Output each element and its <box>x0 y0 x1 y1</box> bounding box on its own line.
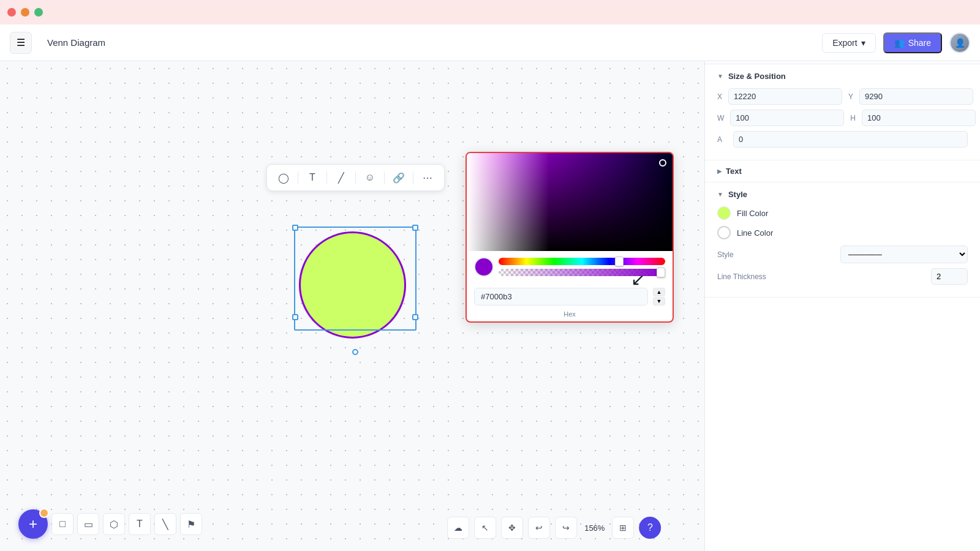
style-header[interactable]: ▼ Style <box>717 190 968 199</box>
line-style-label: Style <box>717 250 834 259</box>
move-tool-btn[interactable]: ✥ <box>501 517 523 539</box>
line-color-label: Line Color <box>737 228 968 238</box>
line-style-select[interactable]: ────── - - - - · · · · <box>840 246 968 263</box>
cloud-btn[interactable]: ☁ <box>447 517 469 539</box>
minimize-dot[interactable] <box>21 8 29 17</box>
redo-btn[interactable]: ↪ <box>555 517 577 539</box>
w-label: W <box>717 114 724 122</box>
share-button[interactable]: 👥 Share <box>883 32 942 53</box>
hex-row: ▲ ▼ <box>467 283 673 310</box>
toolbar-divider <box>298 171 298 184</box>
document-title[interactable]: Venn Diagram <box>39 33 137 52</box>
text-section-title: Text <box>726 167 742 176</box>
fill-color-swatch[interactable] <box>717 206 731 220</box>
gradient-handle[interactable] <box>659 159 666 167</box>
line-tool-btn[interactable]: ╱ <box>332 168 350 187</box>
selection-box <box>294 227 417 331</box>
polygon-tool-btn[interactable]: ⬡ <box>103 513 125 535</box>
a-row: A <box>717 131 968 148</box>
hex-input[interactable] <box>474 288 648 305</box>
sliders-group <box>499 258 665 276</box>
toolbar-divider <box>355 171 356 184</box>
size-position-header[interactable]: ▼ Size & Position <box>717 72 968 81</box>
handle-rotate[interactable] <box>352 349 358 355</box>
alpha-slider[interactable] <box>499 269 665 276</box>
color-gradient[interactable] <box>467 153 673 251</box>
link-tool-btn[interactable]: 🔗 <box>390 168 408 187</box>
bottom-center-controls: ☁ ↖ ✥ ↩ ↪ 156% ⊞ ? <box>447 517 661 539</box>
hue-handle[interactable] <box>615 257 624 266</box>
right-panel: Circle 💬 ⊟ 📋 ▼ Size & Position X Y W H A… <box>704 24 980 551</box>
more-tool-btn[interactable]: ⋯ <box>418 168 437 187</box>
export-button[interactable]: Export ▾ <box>822 33 875 53</box>
handle-top-left[interactable] <box>292 225 298 231</box>
line-thickness-row: Line Thickness <box>717 268 968 285</box>
a-label: A <box>717 135 727 144</box>
line-thickness-input[interactable] <box>931 268 968 285</box>
frame-tool-btn[interactable]: ▭ <box>77 513 99 535</box>
hex-arrows: ▲ ▼ <box>653 288 665 305</box>
toolbar-divider <box>384 171 385 184</box>
handle-bottom-right[interactable] <box>412 314 418 320</box>
size-position-section: ▼ Size & Position X Y W H A <box>705 64 980 160</box>
h-input[interactable] <box>862 110 976 126</box>
menu-button[interactable]: ☰ <box>10 32 32 54</box>
text-tool-btn[interactable]: T <box>129 513 151 535</box>
style-section: ▼ Style Fill Color Line Color Style ────… <box>705 182 980 298</box>
rectangle-tool-btn[interactable]: □ <box>51 513 74 535</box>
user-avatar[interactable]: 👤 <box>949 32 970 53</box>
text-section[interactable]: ▶ Text <box>705 160 980 182</box>
line-style-row: Style ────── - - - - · · · · <box>717 246 968 263</box>
alpha-handle[interactable] <box>657 268 665 277</box>
color-picker-popup: ▲ ▼ Hex <box>466 152 674 323</box>
shape-selection[interactable] <box>294 227 417 343</box>
h-label: H <box>850 114 856 122</box>
maximize-dot[interactable] <box>34 8 43 17</box>
toolbar-divider <box>413 171 413 184</box>
toolbar-divider <box>326 171 327 184</box>
hex-up-arrow[interactable]: ▲ <box>653 288 665 296</box>
floating-toolbar: ◯ T ╱ ☺ 🔗 ⋯ <box>266 164 445 191</box>
handle-top-right[interactable] <box>412 225 418 231</box>
add-button[interactable]: + <box>18 509 48 539</box>
header-toolbar: ☰ Venn Diagram Export ▾ 👥 Share 👤 <box>0 24 980 61</box>
select-tool-btn[interactable]: ↖ <box>474 517 496 539</box>
help-button[interactable]: ? <box>639 517 661 539</box>
hex-down-arrow[interactable]: ▼ <box>653 297 665 305</box>
fill-color-label: Fill Color <box>737 209 968 218</box>
size-position-title: Size & Position <box>728 72 786 81</box>
title-bar <box>0 0 980 24</box>
line-color-swatch[interactable] <box>717 226 731 239</box>
previous-color-swatch[interactable] <box>474 257 494 277</box>
section-collapse-arrow: ▼ <box>717 73 723 80</box>
emoji-tool-btn[interactable]: ☺ <box>361 168 379 187</box>
handle-bottom-left[interactable] <box>292 314 298 320</box>
text-section-arrow: ▶ <box>717 168 722 174</box>
grid-btn[interactable]: ⊞ <box>612 517 634 539</box>
circle-tool-btn[interactable]: ◯ <box>274 168 293 187</box>
url-bar <box>53 6 973 19</box>
color-sliders <box>467 251 673 283</box>
shape-container[interactable] <box>294 227 417 343</box>
wh-row: W H <box>717 110 968 126</box>
undo-btn[interactable]: ↩ <box>528 517 550 539</box>
canvas-area[interactable]: ◯ T ╱ ☺ 🔗 ⋯ <box>0 61 704 551</box>
line-thickness-label: Line Thickness <box>717 272 925 281</box>
y-input[interactable] <box>859 88 973 105</box>
a-input[interactable] <box>733 131 968 148</box>
line-color-row: Line Color <box>717 226 968 239</box>
text-tool-btn[interactable]: T <box>303 168 322 187</box>
fill-color-row: Fill Color <box>717 206 968 220</box>
xy-row: X Y <box>717 88 968 105</box>
style-arrow: ▼ <box>717 191 723 198</box>
y-label: Y <box>848 92 853 101</box>
close-dot[interactable] <box>7 8 16 17</box>
hue-slider[interactable] <box>499 258 665 265</box>
x-input[interactable] <box>728 88 842 105</box>
pen-tool-btn[interactable]: ╲ <box>154 513 176 535</box>
bottom-toolbar: + □ ▭ ⬡ T ╲ ⚑ <box>18 509 202 539</box>
stamp-tool-btn[interactable]: ⚑ <box>180 513 202 535</box>
add-button-badge <box>39 508 49 518</box>
hex-label: Hex <box>467 310 673 321</box>
w-input[interactable] <box>730 110 844 126</box>
